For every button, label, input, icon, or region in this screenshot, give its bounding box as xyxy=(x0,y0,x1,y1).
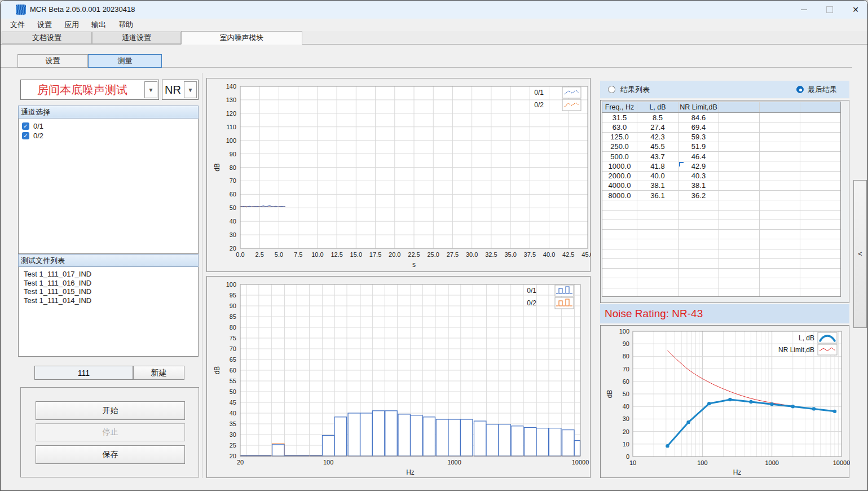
sub-tab-1[interactable]: 测量 xyxy=(88,54,162,68)
menu-item-0[interactable]: 文件 xyxy=(4,19,31,31)
table-cell[interactable]: 250.0 xyxy=(602,142,637,151)
table-row[interactable]: 250.045.551.9 xyxy=(602,142,840,152)
table-cell[interactable] xyxy=(719,230,760,239)
table-cell[interactable] xyxy=(719,259,760,268)
table-cell[interactable] xyxy=(602,269,637,278)
file-list-item-2[interactable]: Test 1_111_015_IND xyxy=(22,287,195,296)
sub-tab-0[interactable]: 设置 xyxy=(17,54,88,68)
table-cell[interactable] xyxy=(760,142,800,151)
table-cell[interactable]: 31.5 xyxy=(602,113,637,122)
table-cell[interactable] xyxy=(800,200,841,209)
table-cell[interactable] xyxy=(760,211,800,220)
table-cell[interactable] xyxy=(719,122,760,131)
table-cell[interactable] xyxy=(760,152,800,161)
table-cell[interactable]: 84.6 xyxy=(678,113,719,122)
checkbox-checked-icon[interactable]: ✓ xyxy=(22,122,29,130)
table-cell[interactable] xyxy=(760,278,800,287)
table-cell[interactable]: 125.0 xyxy=(602,133,637,142)
table-row[interactable] xyxy=(602,211,840,220)
table-cell[interactable] xyxy=(800,113,841,122)
table-cell[interactable] xyxy=(602,211,637,220)
file-list-item-1[interactable]: Test 1_111_016_IND xyxy=(22,279,195,288)
table-cell[interactable]: 38.1 xyxy=(637,181,678,190)
table-cell[interactable] xyxy=(800,172,841,181)
table-cell[interactable] xyxy=(800,152,841,161)
table-cell[interactable] xyxy=(800,230,841,239)
table-cell[interactable] xyxy=(637,211,678,220)
table-cell[interactable] xyxy=(760,220,800,229)
table-cell[interactable]: 27.4 xyxy=(637,122,678,131)
checkbox-checked-icon[interactable]: ✓ xyxy=(22,132,29,139)
save-button[interactable]: 保存 xyxy=(36,445,185,464)
table-cell[interactable] xyxy=(678,200,719,209)
maximize-button[interactable] xyxy=(817,1,843,19)
table-cell[interactable] xyxy=(602,220,637,229)
start-button[interactable]: 开始 xyxy=(36,401,185,420)
close-button[interactable]: ✕ xyxy=(843,1,868,19)
table-cell[interactable] xyxy=(602,259,637,268)
table-cell[interactable] xyxy=(678,278,719,287)
table-cell[interactable] xyxy=(760,259,800,268)
table-row[interactable]: 8000.036.136.2 xyxy=(602,191,840,200)
table-cell[interactable] xyxy=(760,172,800,181)
table-cell[interactable] xyxy=(678,230,719,239)
table-cell[interactable] xyxy=(719,288,760,297)
table-cell[interactable] xyxy=(719,200,760,209)
table-cell[interactable] xyxy=(719,211,760,220)
table-cell[interactable]: 41.8 xyxy=(637,161,678,170)
panel-splitter[interactable] xyxy=(202,73,202,478)
table-cell[interactable]: 4000.0 xyxy=(602,181,637,190)
table-cell[interactable] xyxy=(760,239,800,248)
table-cell[interactable]: 38.1 xyxy=(678,181,719,190)
table-cell[interactable]: 63.0 xyxy=(602,122,637,131)
table-cell[interactable] xyxy=(602,200,637,209)
table-cell[interactable]: 1000.0 xyxy=(602,161,637,170)
table-cell[interactable] xyxy=(719,249,760,258)
channel-item-0[interactable]: ✓0/1 xyxy=(22,121,195,131)
table-cell[interactable] xyxy=(602,230,637,239)
table-cell[interactable] xyxy=(800,278,841,287)
table-row[interactable]: 500.043.746.4 xyxy=(602,152,840,161)
table-cell[interactable] xyxy=(800,133,841,142)
table-cell[interactable] xyxy=(602,239,637,248)
table-cell[interactable] xyxy=(719,133,760,142)
table-cell[interactable] xyxy=(637,200,678,209)
table-row[interactable] xyxy=(602,278,840,288)
table-cell[interactable] xyxy=(719,181,760,190)
table-row[interactable] xyxy=(602,200,840,210)
table-row[interactable] xyxy=(602,259,840,269)
table-cell[interactable]: 40.3 xyxy=(678,172,719,181)
menu-item-1[interactable]: 设置 xyxy=(31,19,58,31)
table-row[interactable] xyxy=(602,220,840,230)
file-name-input[interactable] xyxy=(34,366,133,380)
table-cell[interactable] xyxy=(719,142,760,151)
test-type-combobox[interactable]: 房间本底噪声测试 ▼ xyxy=(20,80,159,100)
table-row[interactable]: 63.027.469.4 xyxy=(602,122,840,132)
table-cell[interactable] xyxy=(637,259,678,268)
chevron-down-icon[interactable]: ▼ xyxy=(144,81,157,98)
table-cell[interactable] xyxy=(760,133,800,142)
table-cell[interactable]: 59.3 xyxy=(678,133,719,142)
table-cell[interactable] xyxy=(719,152,760,161)
table-cell[interactable] xyxy=(637,239,678,248)
main-tab-1[interactable]: 通道设置 xyxy=(92,32,181,44)
last-result-radio-label[interactable]: 最后结果 xyxy=(808,81,837,98)
table-row[interactable] xyxy=(602,249,840,259)
table-row[interactable]: 125.042.359.3 xyxy=(602,133,840,142)
table-cell[interactable] xyxy=(760,191,800,200)
table-cell[interactable]: 46.4 xyxy=(678,152,719,161)
table-cell[interactable]: 8000.0 xyxy=(602,191,637,200)
chevron-down-icon[interactable]: ▼ xyxy=(184,81,197,98)
table-cell[interactable] xyxy=(602,249,637,258)
minimize-button[interactable] xyxy=(791,1,817,19)
main-tab-0[interactable]: 文档设置 xyxy=(2,32,92,44)
table-cell[interactable] xyxy=(719,172,760,181)
table-cell[interactable] xyxy=(800,161,841,170)
table-cell[interactable] xyxy=(760,161,800,170)
table-cell[interactable] xyxy=(800,259,841,268)
table-cell[interactable] xyxy=(678,288,719,297)
file-list-item-0[interactable]: Test 1_111_017_IND xyxy=(22,270,195,279)
table-cell[interactable] xyxy=(719,239,760,248)
menu-item-2[interactable]: 应用 xyxy=(58,19,85,31)
table-cell[interactable] xyxy=(637,220,678,229)
